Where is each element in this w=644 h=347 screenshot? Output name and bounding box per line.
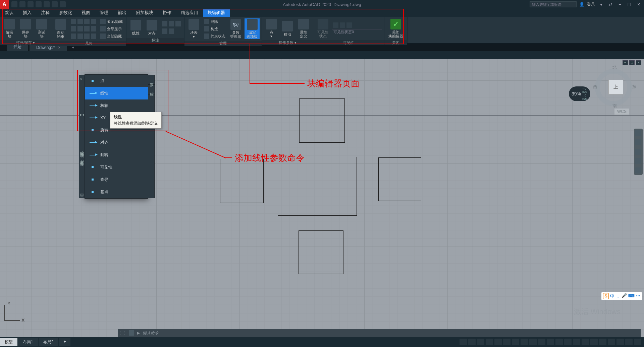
command-line[interactable]: ▶ 键入命令 bbox=[126, 329, 641, 337]
viewcube-north[interactable]: 北 bbox=[612, 64, 617, 70]
app-logo[interactable]: A bbox=[0, 0, 9, 9]
block-rect-left[interactable] bbox=[220, 159, 264, 203]
palette-tab-params[interactable]: 参数 bbox=[148, 75, 155, 85]
qat-plot-icon[interactable] bbox=[44, 1, 50, 7]
block-authoring-palette[interactable]: × ▸◂ 块编写选项板 - 所有选项板 ▤ 参数 约束 点 线性 极轴 XY 旋… bbox=[85, 74, 148, 199]
tab-collaborate[interactable]: 协作 bbox=[158, 9, 176, 17]
qat-save-icon[interactable] bbox=[28, 1, 34, 7]
sb-3dosnap-icon[interactable] bbox=[521, 339, 528, 345]
sb-polar-icon[interactable] bbox=[494, 339, 502, 345]
tab-output[interactable]: 输出 bbox=[113, 9, 131, 17]
tab-addins[interactable]: 附加模块 bbox=[131, 9, 158, 17]
qat-undo-icon[interactable] bbox=[52, 1, 58, 7]
nav-showmotion-icon[interactable] bbox=[635, 167, 641, 174]
block-rect-top[interactable] bbox=[299, 98, 345, 143]
palette-tab-constraints[interactable]: 约束 bbox=[148, 85, 155, 94]
hide-all-button[interactable]: 全部隐藏 bbox=[99, 33, 124, 40]
sb-cleanscreen-icon[interactable] bbox=[625, 339, 633, 345]
sb-isodraft-icon[interactable] bbox=[503, 339, 511, 345]
app-menu-icon[interactable]: ▾ bbox=[598, 1, 604, 7]
viewport-close-button[interactable]: × bbox=[636, 60, 641, 65]
qat-saveas-icon[interactable] bbox=[36, 1, 42, 7]
construct-button[interactable]: 构造 bbox=[203, 25, 227, 32]
param-lookup[interactable]: 查寻 bbox=[85, 174, 148, 186]
drawing-canvas[interactable]: − □ × × ▸◂ 块编写选项板 - 所有选项板 ▤ 参数 约束 点 线性 极… bbox=[0, 59, 644, 337]
viewcube-face-top[interactable]: 上 bbox=[608, 80, 623, 94]
wcs-label[interactable]: WCS bbox=[614, 109, 629, 115]
qat-redo-icon[interactable] bbox=[60, 1, 66, 7]
layout1-tab[interactable]: 布局1 bbox=[18, 338, 38, 346]
sb-customize-icon[interactable] bbox=[634, 339, 641, 345]
nav-zoom-icon[interactable] bbox=[635, 149, 641, 155]
close-tab-icon[interactable]: × bbox=[58, 45, 60, 50]
sb-isolate-icon[interactable] bbox=[608, 339, 615, 345]
ime-toolbar[interactable]: S 中 ， 🎤 ⌨ ⋯ bbox=[601, 292, 642, 300]
delete-button[interactable]: 删除 bbox=[203, 18, 227, 25]
authoring-palette-button[interactable]: 编写 选项板 bbox=[245, 18, 260, 39]
show-hide-button[interactable]: 显示/隐藏 bbox=[99, 18, 124, 25]
palette-pin-icon[interactable]: ▸◂ bbox=[80, 113, 84, 116]
constraint-status-button[interactable]: 约束状态 bbox=[203, 33, 227, 40]
show-all-button[interactable]: 全部显示 bbox=[99, 25, 124, 32]
nav-orbit-icon[interactable] bbox=[635, 158, 641, 164]
param-flip[interactable]: 翻转 bbox=[85, 149, 148, 161]
param-align[interactable]: 对齐 bbox=[85, 136, 148, 149]
performance-badge[interactable]: 39% ↑ 0 K/s↓ 0 K/s bbox=[569, 86, 590, 101]
command-close-icon[interactable] bbox=[129, 330, 134, 336]
ime-kb-icon[interactable]: ⌨ bbox=[628, 293, 635, 299]
viewport-max-button[interactable]: □ bbox=[629, 60, 635, 65]
block-rect-center[interactable] bbox=[278, 157, 357, 216]
signin-label[interactable]: 登录 bbox=[587, 2, 595, 7]
param-mgr-button[interactable]: f(x)参数 管理器 bbox=[228, 18, 243, 39]
tab-default[interactable]: 默认 bbox=[0, 9, 18, 17]
sb-annomonitor-icon[interactable] bbox=[582, 339, 589, 345]
block-table-button[interactable]: 块表 ▾ bbox=[186, 18, 201, 39]
panel-open-save-title[interactable]: 打开/保存 ▾ bbox=[0, 40, 51, 45]
exchange-icon[interactable]: ⇄ bbox=[607, 1, 614, 7]
move-action-button[interactable]: 移动 bbox=[280, 20, 295, 37]
viewport-min-button[interactable]: − bbox=[623, 60, 628, 65]
sb-hardware-icon[interactable] bbox=[616, 339, 624, 345]
vis-icon-row[interactable] bbox=[332, 22, 382, 28]
model-tab[interactable]: 模型 bbox=[0, 338, 17, 346]
param-basepoint[interactable]: 基点 bbox=[85, 186, 148, 198]
auto-constrain-button[interactable]: 自动 约束 bbox=[53, 18, 68, 39]
tab-block-editor[interactable]: 块编辑器 bbox=[203, 9, 230, 17]
nav-pan-icon[interactable] bbox=[635, 139, 641, 145]
signin-icon[interactable]: 👤 bbox=[579, 2, 584, 7]
tab-manage[interactable]: 管理 bbox=[95, 9, 113, 17]
geo-icon-3[interactable] bbox=[69, 33, 98, 40]
linear-dim-button[interactable]: 线性 bbox=[128, 19, 143, 36]
close-block-editor-button[interactable]: 关闭 块编辑器 bbox=[386, 18, 405, 39]
geo-icon-2[interactable] bbox=[69, 25, 98, 32]
sb-grid-icon[interactable] bbox=[468, 339, 476, 345]
block-rect-right[interactable] bbox=[378, 157, 421, 201]
param-point[interactable]: 点 bbox=[85, 75, 148, 87]
viewcube-west[interactable]: 西 bbox=[593, 84, 597, 90]
edit-block-button[interactable]: 编辑 块 bbox=[2, 18, 17, 39]
ime-punct-icon[interactable]: ， bbox=[616, 293, 620, 299]
sb-otrack-icon[interactable] bbox=[529, 339, 537, 345]
layout2-tab[interactable]: 布局2 bbox=[39, 338, 58, 346]
param-visibility[interactable]: 可见性 bbox=[85, 161, 148, 174]
param-linear[interactable]: 线性 bbox=[85, 87, 148, 99]
help-search-input[interactable]: 键入关键字或短语 bbox=[530, 1, 577, 7]
visibility-state-button[interactable]: 可见性 状态 bbox=[315, 18, 330, 39]
viewcube[interactable]: 上 北 南 东 西 bbox=[594, 66, 634, 106]
sb-osnap-icon[interactable] bbox=[512, 339, 519, 345]
ime-mic-icon[interactable]: 🎤 bbox=[622, 293, 627, 299]
panel-action-params-title[interactable]: 操作参数 ▾ bbox=[262, 40, 313, 45]
ime-lang-icon[interactable]: 中 bbox=[610, 293, 614, 299]
qat-open-icon[interactable] bbox=[19, 1, 25, 7]
tab-insert[interactable]: 插入 bbox=[18, 9, 36, 17]
viewcube-east[interactable]: 东 bbox=[632, 84, 636, 90]
sb-transparency-icon[interactable] bbox=[547, 339, 554, 345]
save-block-button[interactable]: 保存 块 bbox=[18, 18, 33, 39]
tab-view[interactable]: 视图 bbox=[77, 9, 95, 17]
param-polar[interactable]: 极轴 bbox=[85, 99, 148, 112]
tab-annotate[interactable]: 注释 bbox=[36, 9, 54, 17]
ime-sogou-icon[interactable]: S bbox=[603, 293, 609, 299]
sb-cycling-icon[interactable] bbox=[555, 339, 563, 345]
sb-workspace-icon[interactable] bbox=[573, 339, 580, 345]
add-layout-button[interactable]: + bbox=[59, 338, 70, 346]
